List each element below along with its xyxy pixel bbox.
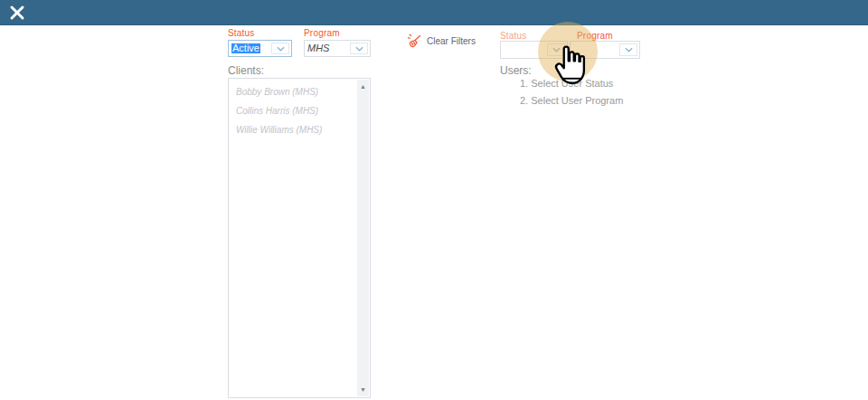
instruction-step: 1. Select User Status <box>520 78 623 89</box>
client-program-label: Program <box>304 28 340 38</box>
client-status-label: Status <box>228 28 255 38</box>
users-label: Users: <box>500 64 532 77</box>
scroll-down-icon[interactable]: ▼ <box>357 384 369 395</box>
user-program-label: Program <box>577 31 613 41</box>
clear-filters-button[interactable]: Clear Filters <box>407 33 476 49</box>
scrollbar[interactable]: ▲ ▼ <box>357 80 369 396</box>
header-bar <box>0 0 868 25</box>
user-status-dropdown[interactable] <box>500 41 568 59</box>
chevron-down-icon[interactable] <box>547 43 565 56</box>
chevron-down-icon[interactable] <box>350 43 368 54</box>
clear-filters-label: Clear Filters <box>427 36 476 46</box>
list-item[interactable]: Collins Harris (MHS) <box>229 102 357 121</box>
close-icon[interactable] <box>9 5 25 21</box>
list-item[interactable]: Bobby Brown (MHS) <box>229 83 357 102</box>
client-status-dropdown[interactable]: Active <box>228 40 292 57</box>
clients-label: Clients: <box>228 64 264 77</box>
user-status-label: Status <box>500 31 527 41</box>
chevron-down-icon[interactable] <box>619 43 637 56</box>
clients-list-items: Bobby Brown (MHS) Collins Harris (MHS) W… <box>229 79 357 397</box>
chevron-down-icon[interactable] <box>271 43 289 54</box>
client-status-value: Active <box>229 43 269 53</box>
scroll-up-icon[interactable]: ▲ <box>357 81 369 92</box>
client-program-value: MHS <box>305 43 348 53</box>
filter-dialog: Status Active Program MHS Clear Filters … <box>0 0 868 400</box>
clients-listbox[interactable]: Bobby Brown (MHS) Collins Harris (MHS) W… <box>228 78 371 398</box>
user-program-dropdown[interactable] <box>570 41 640 59</box>
list-item[interactable]: Willie Williams (MHS) <box>229 121 357 140</box>
instruction-step: 2. Select User Program <box>520 95 623 106</box>
users-instructions: 1. Select User Status 2. Select User Pro… <box>520 78 623 112</box>
broom-icon <box>407 33 422 49</box>
client-program-dropdown[interactable]: MHS <box>304 40 371 57</box>
